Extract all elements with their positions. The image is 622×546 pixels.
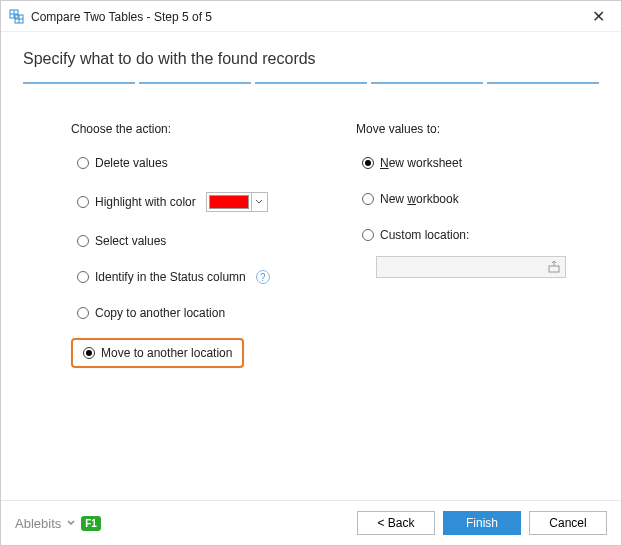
custom-location-field-wrap bbox=[376, 256, 566, 278]
step-seg bbox=[255, 82, 367, 84]
step-seg bbox=[371, 82, 483, 84]
radio-identify-status[interactable]: Identify in the Status column ? bbox=[71, 266, 276, 288]
action-options: Delete values Highlight with color Selec… bbox=[71, 152, 316, 368]
page-heading: Specify what to do with the found record… bbox=[1, 32, 621, 82]
close-icon[interactable]: ✕ bbox=[586, 7, 611, 27]
radio-highlight-color[interactable]: Highlight with color bbox=[71, 188, 274, 216]
chevron-down-icon bbox=[251, 193, 267, 211]
chevron-down-icon[interactable] bbox=[67, 518, 75, 529]
radio-icon bbox=[77, 271, 89, 283]
footer-right: < Back Finish Cancel bbox=[357, 511, 607, 535]
select-range-icon[interactable] bbox=[546, 259, 562, 275]
radio-custom-location[interactable]: Custom location: bbox=[356, 224, 475, 246]
compare-tables-icon bbox=[9, 9, 25, 25]
choose-action-label: Choose the action: bbox=[71, 122, 316, 136]
footer-left: Ablebits F1 bbox=[15, 516, 101, 531]
radio-icon bbox=[362, 157, 374, 169]
color-picker[interactable] bbox=[206, 192, 268, 212]
titlebar: Compare Two Tables - Step 5 of 5 ✕ bbox=[1, 1, 621, 32]
option-label: New workbook bbox=[380, 192, 459, 206]
move-to-label: Move values to: bbox=[356, 122, 601, 136]
titlebar-left: Compare Two Tables - Step 5 of 5 bbox=[9, 9, 212, 25]
radio-move-location[interactable]: Move to another location bbox=[71, 338, 244, 368]
option-label: Copy to another location bbox=[95, 306, 225, 320]
destination-options: New worksheet New workbook Custom locati… bbox=[356, 152, 601, 278]
radio-delete-values[interactable]: Delete values bbox=[71, 152, 174, 174]
radio-icon bbox=[77, 235, 89, 247]
step-seg bbox=[23, 82, 135, 84]
option-label: Identify in the Status column bbox=[95, 270, 246, 284]
f1-help-badge[interactable]: F1 bbox=[81, 516, 101, 531]
brand-label[interactable]: Ablebits bbox=[15, 516, 61, 531]
left-column: Choose the action: Delete values Highlig… bbox=[71, 122, 316, 500]
radio-select-values[interactable]: Select values bbox=[71, 230, 172, 252]
radio-copy-location[interactable]: Copy to another location bbox=[71, 302, 231, 324]
right-column: Move values to: New worksheet New workbo… bbox=[356, 122, 601, 500]
step-seg bbox=[487, 82, 599, 84]
radio-icon bbox=[77, 196, 89, 208]
step-seg bbox=[139, 82, 251, 84]
step-indicator bbox=[1, 82, 621, 94]
radio-icon bbox=[362, 229, 374, 241]
option-label: Delete values bbox=[95, 156, 168, 170]
finish-button[interactable]: Finish bbox=[443, 511, 521, 535]
color-swatch bbox=[209, 195, 249, 209]
radio-icon bbox=[77, 157, 89, 169]
radio-icon bbox=[362, 193, 374, 205]
window-title: Compare Two Tables - Step 5 of 5 bbox=[31, 10, 212, 24]
back-button[interactable]: < Back bbox=[357, 511, 435, 535]
svg-rect-6 bbox=[549, 266, 559, 272]
option-label: Highlight with color bbox=[95, 195, 196, 209]
option-label: Move to another location bbox=[101, 346, 232, 360]
radio-icon bbox=[83, 347, 95, 359]
option-label: New worksheet bbox=[380, 156, 462, 170]
radio-new-worksheet[interactable]: New worksheet bbox=[356, 152, 468, 174]
content-area: Choose the action: Delete values Highlig… bbox=[1, 94, 621, 500]
option-label: Select values bbox=[95, 234, 166, 248]
option-label: Custom location: bbox=[380, 228, 469, 242]
help-icon[interactable]: ? bbox=[256, 270, 270, 284]
radio-icon bbox=[77, 307, 89, 319]
cancel-button[interactable]: Cancel bbox=[529, 511, 607, 535]
radio-new-workbook[interactable]: New workbook bbox=[356, 188, 465, 210]
footer: Ablebits F1 < Back Finish Cancel bbox=[1, 500, 621, 545]
custom-location-input[interactable] bbox=[376, 256, 566, 278]
